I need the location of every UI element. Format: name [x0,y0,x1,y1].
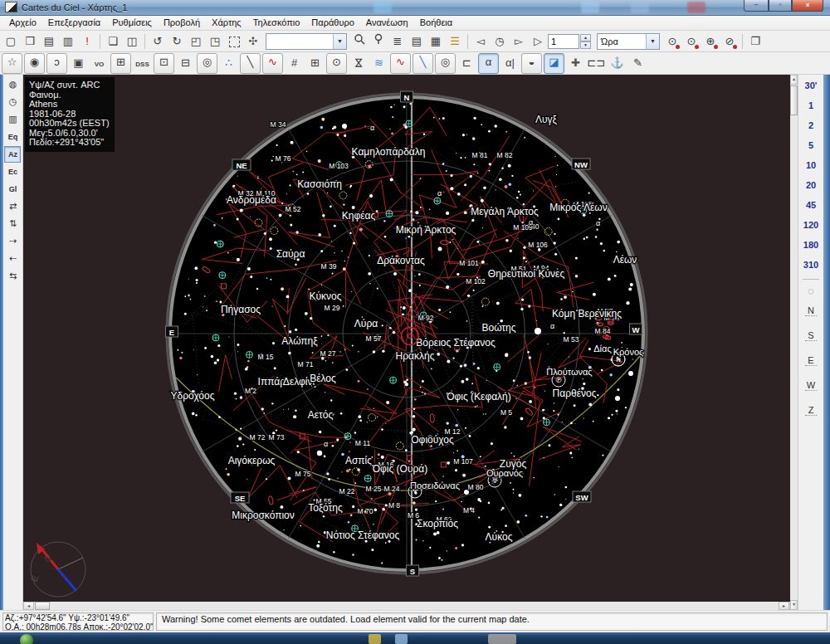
zoom-fit-button[interactable]: ◰ [187,32,205,51]
object-list-button[interactable]: ≣ [388,32,407,51]
info-panel-button[interactable]: ▥ [4,111,21,128]
chevron-down-icon[interactable]: ▼ [333,34,346,49]
night-vision-button[interactable]: ◪ [544,53,564,74]
ecl-coords-button[interactable]: Ec [4,163,21,180]
star-pair-button[interactable]: ✣ [244,32,262,51]
scroll-right-arrow[interactable]: ▸ [779,602,789,610]
distance-line-button[interactable]: ╲ [413,53,433,74]
image-frame-button[interactable]: ⊡ [154,53,174,74]
fov-preset-5[interactable]: 5 [800,137,822,154]
spinner-up-icon[interactable]: ▲ [580,34,591,41]
rectangle-mark-button[interactable]: ⊏ [457,54,476,73]
small-circle-button[interactable]: ◎ [435,53,456,74]
draw-line-button[interactable]: ╲ [240,53,261,74]
horizontal-scroll-thumb[interactable] [35,602,50,610]
scroll-down-arrow[interactable]: ▼ [790,600,798,610]
scroll-up-arrow[interactable]: ▲ [790,75,798,85]
coord-system-button[interactable]: ◍ [4,76,21,93]
obs-delete-button[interactable]: ⊘ [720,32,739,51]
hourglass-button[interactable]: ⋈ [349,54,368,73]
horizontal-scrollbar[interactable]: ◂ ▸ [23,601,789,610]
flip-horizontal-button[interactable]: ⇄ [4,198,21,215]
object-pair-button[interactable]: ⊞ [110,53,131,74]
show-nebulae-button[interactable]: ◉ [24,53,45,74]
background-image-button[interactable]: ▣ [69,54,88,73]
time-step-input[interactable] [548,34,579,49]
alert-button[interactable]: ! [78,32,96,51]
quick-catalog-button[interactable]: ☰ [446,32,464,51]
obs-add-button[interactable]: ⊙ [682,32,701,51]
look-direction-N[interactable]: N [805,305,817,316]
moon-phase-button[interactable]: ◒ [521,53,542,74]
time-panel-button[interactable]: ◷ [4,94,21,110]
fov-preset-10[interactable]: 10 [800,157,822,174]
satellite-track-button[interactable]: ≋ [369,54,388,73]
menu-item-2[interactable]: Ρυθμίσεις [106,17,158,28]
minimize-button[interactable]: − [744,0,769,12]
label-button[interactable]: α [478,53,499,74]
menu-item-0[interactable]: Αρχείο [3,17,42,28]
dss-image-button[interactable]: DSS [133,54,152,73]
save-button[interactable]: ▤ [40,32,58,51]
zoom-window-button[interactable]: ◳ [206,32,224,51]
chevron-down-icon[interactable]: ▼ [646,34,659,49]
open-button[interactable]: ❒ [21,32,39,51]
search-button[interactable] [350,32,369,51]
az-coords-button[interactable]: Az [4,146,21,163]
az-grid-button[interactable]: ⊞ [305,54,325,73]
menu-item-3[interactable]: Προβολή [158,17,206,28]
menu-item-4[interactable]: Χάρτης [206,17,247,28]
reset-orientation-button[interactable]: ⇆ [4,268,21,285]
select-region-button[interactable] [225,32,243,51]
vertical-scroll-thumb[interactable] [790,85,798,115]
menu-item-5[interactable]: Τηλεσκόπιο [247,17,306,28]
rotate-right-button[interactable]: ⇠ [4,251,21,267]
show-stars-button[interactable]: ☆ [2,53,22,74]
fov-preset-180[interactable]: 180 [800,237,822,254]
look-direction-W[interactable]: W [805,380,817,391]
ccd-frame-button[interactable]: ⊟ [176,54,195,73]
fov-preset-2[interactable]: 2 [800,117,822,134]
fov-preset-45[interactable]: 45 [800,197,822,214]
undo-button[interactable]: ↺ [149,32,167,51]
fov-preset-310[interactable]: 310 [800,256,822,274]
look-direction-S[interactable]: S [805,330,817,341]
vertical-scrollbar[interactable]: ▲ ▼ [789,75,798,610]
gal-coords-button[interactable]: Gl [4,181,21,198]
timescale-select[interactable]: Ώρα▼ [597,33,660,50]
time-prev-button[interactable]: ◅ [471,32,490,51]
calendar-button[interactable]: ▦ [427,32,445,51]
menu-item-8[interactable]: Βοήθεια [414,17,458,28]
star-mag-button[interactable]: ∴ [219,54,238,73]
title-bar[interactable]: Cartes du Ciel - Χάρτης_1 − ▫ x [0,0,830,16]
obs-list-button[interactable]: ⊙ [663,32,681,51]
circle-mark-button[interactable]: ⊙ [326,53,347,74]
time-play-button[interactable]: ▷ [529,32,547,51]
maximize-button[interactable]: ▫ [769,0,792,12]
time-next-button[interactable]: ▻ [510,32,528,51]
menu-item-6[interactable]: Παράθυρο [305,17,359,28]
new-window-button[interactable]: ❏ [104,32,122,51]
label-edit-button[interactable]: α| [500,54,520,73]
planet-track-button[interactable]: ∿ [390,53,411,74]
fov-preset-1[interactable]: 1 [800,97,822,115]
pan-button[interactable]: ✚ [566,54,585,73]
taskbar-icon[interactable] [488,634,516,644]
spinner-down-icon[interactable]: ▼ [580,41,591,49]
rotate-left-button[interactable]: ⇢ [4,233,21,250]
fov-preset-20[interactable]: 20 [800,177,822,194]
look-direction-E[interactable]: E [805,355,817,366]
print-button[interactable]: ▥ [59,32,77,51]
new-chart-button[interactable]: ▢ [2,32,20,51]
fov-circle-icon[interactable]: ◌ [808,285,814,297]
obs-insert-button[interactable]: ⊕ [701,32,720,51]
fov-preset-30m[interactable]: 30' [800,77,822,95]
eq-coords-button[interactable]: Eq [4,129,21,145]
redo-button[interactable]: ↻ [168,32,186,51]
search-combobox[interactable]: ▼ [266,33,347,50]
finder-circle-button[interactable]: ◎ [197,53,217,74]
chart-info-button[interactable]: ❐ [746,32,764,51]
start-orb[interactable] [20,634,33,644]
menu-item-1[interactable]: Επεξεργασία [42,17,106,28]
menu-item-7[interactable]: Ανανέωση [360,17,414,28]
